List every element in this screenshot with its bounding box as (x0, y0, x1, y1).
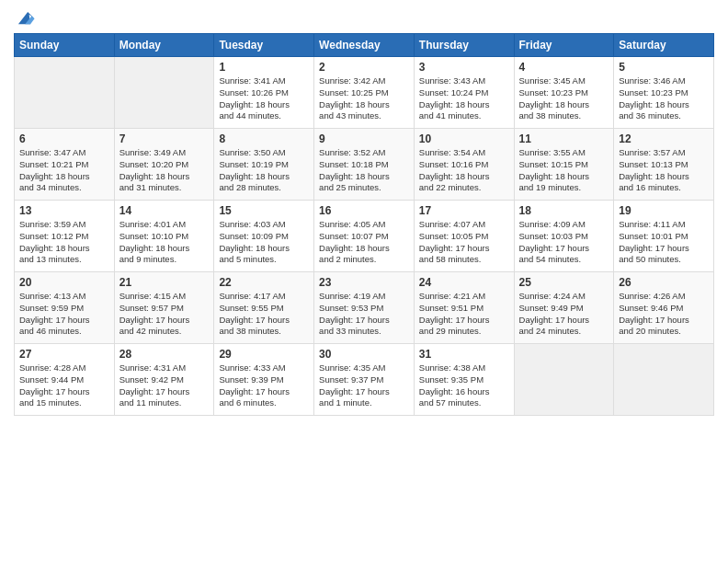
calendar-cell: 8Sunrise: 3:50 AM Sunset: 10:19 PM Dayli… (214, 129, 314, 201)
calendar-cell: 10Sunrise: 3:54 AM Sunset: 10:16 PM Dayl… (414, 129, 514, 201)
day-info: Sunrise: 3:55 AM Sunset: 10:15 PM Daylig… (519, 147, 609, 194)
calendar-cell (514, 344, 614, 416)
column-header-sunday: Sunday (15, 34, 115, 57)
day-info: Sunrise: 3:52 AM Sunset: 10:18 PM Daylig… (319, 147, 409, 194)
day-number: 6 (19, 132, 109, 145)
calendar-table: SundayMondayTuesdayWednesdayThursdayFrid… (14, 33, 714, 416)
column-header-wednesday: Wednesday (314, 34, 415, 57)
calendar-cell (15, 57, 115, 129)
calendar-cell: 22Sunrise: 4:17 AM Sunset: 9:55 PM Dayli… (214, 272, 314, 344)
day-number: 14 (119, 204, 210, 217)
day-number: 24 (419, 276, 509, 289)
day-number: 21 (119, 276, 210, 289)
calendar-cell: 24Sunrise: 4:21 AM Sunset: 9:51 PM Dayli… (414, 272, 514, 344)
day-number: 10 (419, 132, 509, 145)
day-info: Sunrise: 3:59 AM Sunset: 10:12 PM Daylig… (19, 219, 109, 266)
day-info: Sunrise: 3:54 AM Sunset: 10:16 PM Daylig… (419, 147, 509, 194)
day-info: Sunrise: 3:47 AM Sunset: 10:21 PM Daylig… (19, 147, 109, 194)
calendar-cell: 11Sunrise: 3:55 AM Sunset: 10:15 PM Dayl… (514, 129, 614, 201)
day-number: 1 (219, 61, 309, 74)
calendar-cell: 13Sunrise: 3:59 AM Sunset: 10:12 PM Dayl… (15, 201, 115, 272)
column-header-tuesday: Tuesday (214, 34, 314, 57)
day-number: 28 (119, 348, 210, 361)
day-info: Sunrise: 4:05 AM Sunset: 10:07 PM Daylig… (319, 219, 409, 266)
calendar-header-row: SundayMondayTuesdayWednesdayThursdayFrid… (15, 34, 714, 57)
day-number: 25 (519, 276, 609, 289)
day-number: 3 (419, 61, 509, 74)
calendar-cell: 20Sunrise: 4:13 AM Sunset: 9:59 PM Dayli… (15, 272, 115, 344)
day-number: 15 (219, 204, 309, 217)
calendar-cell: 5Sunrise: 3:46 AM Sunset: 10:23 PM Dayli… (614, 57, 714, 129)
calendar-week-2: 6Sunrise: 3:47 AM Sunset: 10:21 PM Dayli… (15, 129, 714, 201)
calendar-cell: 27Sunrise: 4:28 AM Sunset: 9:44 PM Dayli… (15, 344, 115, 416)
calendar-cell: 15Sunrise: 4:03 AM Sunset: 10:09 PM Dayl… (214, 201, 314, 272)
calendar-week-4: 20Sunrise: 4:13 AM Sunset: 9:59 PM Dayli… (15, 272, 714, 344)
calendar-cell: 25Sunrise: 4:24 AM Sunset: 9:49 PM Dayli… (514, 272, 614, 344)
calendar-cell: 9Sunrise: 3:52 AM Sunset: 10:18 PM Dayli… (314, 129, 415, 201)
day-number: 23 (319, 276, 409, 289)
page-header (14, 9, 714, 26)
logo-icon (16, 9, 36, 29)
day-number: 29 (219, 348, 309, 361)
calendar-cell: 6Sunrise: 3:47 AM Sunset: 10:21 PM Dayli… (15, 129, 115, 201)
day-info: Sunrise: 3:49 AM Sunset: 10:20 PM Daylig… (119, 147, 210, 194)
calendar-cell: 18Sunrise: 4:09 AM Sunset: 10:03 PM Dayl… (514, 201, 614, 272)
calendar-cell: 16Sunrise: 4:05 AM Sunset: 10:07 PM Dayl… (314, 201, 415, 272)
calendar-cell: 12Sunrise: 3:57 AM Sunset: 10:13 PM Dayl… (614, 129, 714, 201)
column-header-monday: Monday (114, 34, 214, 57)
calendar-cell: 3Sunrise: 3:43 AM Sunset: 10:24 PM Dayli… (414, 57, 514, 129)
page-container: SundayMondayTuesdayWednesdayThursdayFrid… (0, 0, 728, 425)
calendar-cell: 30Sunrise: 4:35 AM Sunset: 9:37 PM Dayli… (314, 344, 415, 416)
day-number: 30 (319, 348, 409, 361)
day-number: 27 (19, 348, 109, 361)
day-number: 19 (619, 204, 709, 217)
calendar-week-5: 27Sunrise: 4:28 AM Sunset: 9:44 PM Dayli… (15, 344, 714, 416)
calendar-cell (614, 344, 714, 416)
calendar-cell: 14Sunrise: 4:01 AM Sunset: 10:10 PM Dayl… (114, 201, 214, 272)
day-info: Sunrise: 4:13 AM Sunset: 9:59 PM Dayligh… (19, 291, 109, 338)
day-number: 18 (519, 204, 609, 217)
column-header-thursday: Thursday (414, 34, 514, 57)
day-info: Sunrise: 4:07 AM Sunset: 10:05 PM Daylig… (419, 219, 509, 266)
calendar-week-3: 13Sunrise: 3:59 AM Sunset: 10:12 PM Dayl… (15, 201, 714, 272)
calendar-cell: 28Sunrise: 4:31 AM Sunset: 9:42 PM Dayli… (114, 344, 214, 416)
day-info: Sunrise: 3:45 AM Sunset: 10:23 PM Daylig… (519, 75, 609, 122)
calendar-cell: 29Sunrise: 4:33 AM Sunset: 9:39 PM Dayli… (214, 344, 314, 416)
day-info: Sunrise: 3:43 AM Sunset: 10:24 PM Daylig… (419, 75, 509, 122)
day-info: Sunrise: 4:26 AM Sunset: 9:46 PM Dayligh… (619, 291, 709, 338)
calendar-week-1: 1Sunrise: 3:41 AM Sunset: 10:26 PM Dayli… (15, 57, 714, 129)
day-info: Sunrise: 4:01 AM Sunset: 10:10 PM Daylig… (119, 219, 210, 266)
day-info: Sunrise: 4:28 AM Sunset: 9:44 PM Dayligh… (19, 362, 109, 409)
column-header-friday: Friday (514, 34, 614, 57)
day-number: 17 (419, 204, 509, 217)
day-number: 2 (319, 61, 409, 74)
day-number: 4 (519, 61, 609, 74)
day-number: 7 (119, 132, 210, 145)
day-info: Sunrise: 4:09 AM Sunset: 10:03 PM Daylig… (519, 219, 609, 266)
calendar-cell: 23Sunrise: 4:19 AM Sunset: 9:53 PM Dayli… (314, 272, 415, 344)
column-header-saturday: Saturday (614, 34, 714, 57)
day-number: 11 (519, 132, 609, 145)
calendar-cell: 7Sunrise: 3:49 AM Sunset: 10:20 PM Dayli… (114, 129, 214, 201)
day-info: Sunrise: 3:50 AM Sunset: 10:19 PM Daylig… (219, 147, 309, 194)
day-info: Sunrise: 3:41 AM Sunset: 10:26 PM Daylig… (219, 75, 309, 122)
day-info: Sunrise: 4:03 AM Sunset: 10:09 PM Daylig… (219, 219, 309, 266)
day-info: Sunrise: 4:17 AM Sunset: 9:55 PM Dayligh… (219, 291, 309, 338)
calendar-cell: 17Sunrise: 4:07 AM Sunset: 10:05 PM Dayl… (414, 201, 514, 272)
day-number: 8 (219, 132, 309, 145)
day-number: 12 (619, 132, 709, 145)
calendar-cell (114, 57, 214, 129)
calendar-cell: 1Sunrise: 3:41 AM Sunset: 10:26 PM Dayli… (214, 57, 314, 129)
day-info: Sunrise: 3:46 AM Sunset: 10:23 PM Daylig… (619, 75, 709, 122)
day-number: 31 (419, 348, 509, 361)
day-info: Sunrise: 4:35 AM Sunset: 9:37 PM Dayligh… (319, 362, 409, 409)
day-info: Sunrise: 4:15 AM Sunset: 9:57 PM Dayligh… (119, 291, 210, 338)
calendar-cell: 26Sunrise: 4:26 AM Sunset: 9:46 PM Dayli… (614, 272, 714, 344)
day-number: 5 (619, 61, 709, 74)
day-info: Sunrise: 4:31 AM Sunset: 9:42 PM Dayligh… (119, 362, 210, 409)
calendar-cell: 21Sunrise: 4:15 AM Sunset: 9:57 PM Dayli… (114, 272, 214, 344)
day-number: 20 (19, 276, 109, 289)
calendar-cell: 19Sunrise: 4:11 AM Sunset: 10:01 PM Dayl… (614, 201, 714, 272)
day-info: Sunrise: 3:42 AM Sunset: 10:25 PM Daylig… (319, 75, 409, 122)
day-info: Sunrise: 3:57 AM Sunset: 10:13 PM Daylig… (619, 147, 709, 194)
